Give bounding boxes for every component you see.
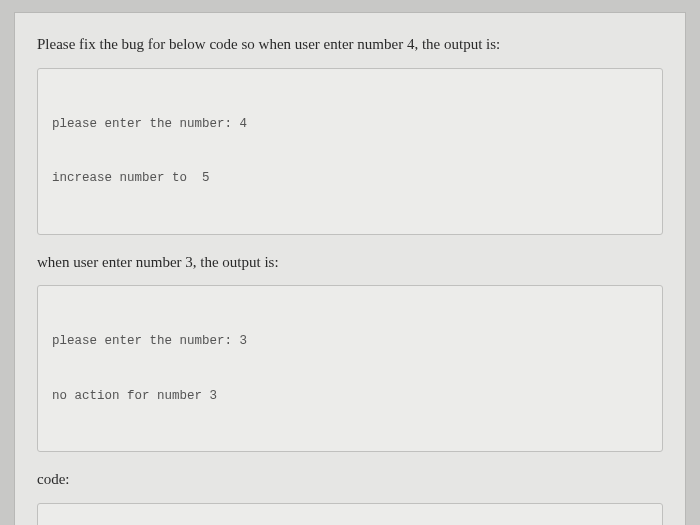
output-box-2: please enter the number: 3 no action for… (37, 285, 663, 452)
mid-text: when user enter number 3, the output is: (37, 251, 663, 274)
output-box-1: please enter the number: 4 increase numb… (37, 68, 663, 235)
code-box: #include <stdio.h> int main(void) { int … (37, 503, 663, 526)
question-page: Please fix the bug for below code so whe… (14, 12, 686, 525)
output1-line2: increase number to 5 (52, 169, 648, 187)
intro-text: Please fix the bug for below code so whe… (37, 33, 663, 56)
code-label: code: (37, 468, 663, 491)
output1-line1: please enter the number: 4 (52, 115, 648, 133)
output2-line1: please enter the number: 3 (52, 332, 648, 350)
output2-line2: no action for number 3 (52, 387, 648, 405)
